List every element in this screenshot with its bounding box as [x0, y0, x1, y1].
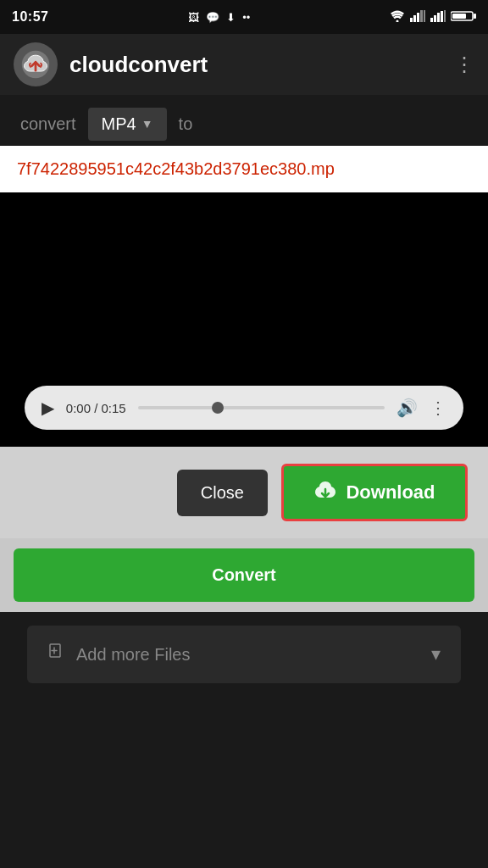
add-files-label: Add more Files [76, 645, 191, 665]
add-files-icon [47, 643, 66, 666]
battery-icon [451, 10, 476, 25]
download-status-icon: ⬇ [226, 11, 236, 24]
svg-rect-5 [424, 10, 425, 22]
convert-action-button[interactable]: Convert [14, 548, 474, 602]
svg-rect-10 [444, 10, 446, 22]
convert-action-label: Convert [212, 565, 276, 584]
messenger-icon: 💬 [206, 11, 219, 24]
status-system-icons [390, 10, 476, 25]
status-notifications: 🖼 💬 ⬇ •• [188, 11, 250, 24]
svg-rect-7 [434, 15, 436, 22]
status-time: 10:57 [12, 9, 48, 25]
svg-rect-13 [474, 14, 476, 19]
svg-rect-9 [441, 11, 443, 22]
photo-icon: 🖼 [188, 11, 199, 24]
svg-rect-1 [410, 18, 413, 22]
close-button[interactable]: Close [177, 470, 268, 516]
svg-rect-4 [420, 10, 423, 22]
svg-rect-2 [413, 15, 416, 22]
signal-icon [410, 10, 425, 25]
filename-text: 7f7422895951c42c2f43b2d3791ec380.mp [17, 159, 471, 179]
add-files-left: Add more Files [47, 643, 191, 666]
app-logo [14, 42, 58, 86]
signal2-icon [430, 10, 446, 25]
svg-point-0 [396, 19, 399, 22]
video-area: ▶ 0:00 / 0:15 🔊 ⋮ [0, 192, 488, 447]
media-player[interactable]: ▶ 0:00 / 0:15 🔊 ⋮ [25, 386, 463, 430]
header-more-icon[interactable]: ⋮ [454, 53, 474, 76]
svg-rect-8 [437, 13, 440, 22]
filename-bar: 7f7422895951c42c2f43b2d3791ec380.mp [0, 146, 488, 192]
bottom-actions: Close Download [0, 447, 488, 538]
to-label: to [179, 114, 193, 134]
download-cloud-icon [313, 480, 337, 505]
dropdown-arrow-icon: ▼ [141, 117, 153, 131]
volume-icon[interactable]: 🔊 [396, 398, 418, 418]
progress-bar[interactable] [138, 406, 385, 409]
svg-rect-12 [452, 14, 466, 19]
convert-action-area: Convert [0, 538, 488, 612]
progress-dot[interactable] [212, 402, 224, 414]
convert-bar: convert MP4 ▼ to [0, 95, 488, 146]
format-dropdown[interactable]: MP4 ▼ [88, 108, 167, 141]
app-title-part2: convert [128, 52, 208, 77]
add-files-section: Add more Files ▾ [0, 612, 488, 683]
player-more-icon[interactable]: ⋮ [430, 398, 446, 418]
convert-label: convert [20, 114, 76, 134]
add-files-bar[interactable]: Add more Files ▾ [27, 626, 461, 683]
download-button[interactable]: Download [281, 464, 468, 521]
download-label: Download [346, 481, 435, 504]
app-title: cloudconvert [69, 52, 442, 78]
format-value: MP4 [102, 114, 136, 134]
app-title-part1: cloud [69, 52, 128, 77]
more-status-icon: •• [242, 11, 250, 24]
time-display: 0:00 / 0:15 [66, 401, 126, 415]
play-button[interactable]: ▶ [42, 398, 54, 418]
app-header: cloudconvert ⋮ [0, 34, 488, 95]
status-bar: 10:57 🖼 💬 ⬇ •• [0, 0, 488, 34]
wifi-icon [390, 10, 405, 25]
add-files-chevron-icon: ▾ [431, 643, 441, 665]
svg-rect-6 [430, 18, 433, 22]
svg-rect-3 [417, 13, 419, 22]
